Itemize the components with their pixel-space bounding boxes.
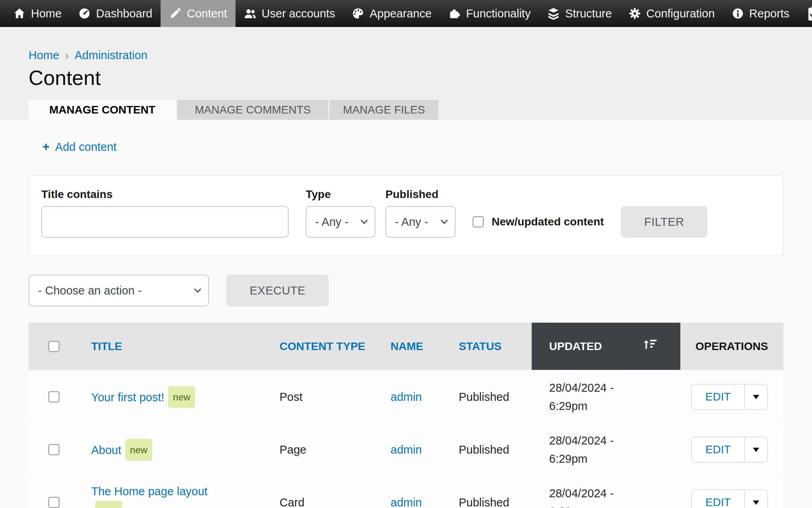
row-checkbox[interactable] bbox=[48, 497, 59, 508]
title-contains-input[interactable] bbox=[41, 206, 289, 238]
tab-manage-content[interactable]: MANAGE CONTENT bbox=[29, 100, 176, 120]
table-row: Your first post!new Post admin Published… bbox=[29, 371, 783, 423]
new-updated-checkbox[interactable] bbox=[473, 216, 484, 227]
edit-dropdown-toggle[interactable] bbox=[744, 490, 767, 508]
content-type-cell: Post bbox=[268, 391, 373, 404]
author-link[interactable]: admin bbox=[391, 391, 422, 403]
new-badge: new bbox=[95, 501, 122, 508]
column-header-status[interactable]: STATUS bbox=[444, 339, 532, 354]
breadcrumb: Home › Administration bbox=[29, 49, 812, 62]
content-title-link[interactable]: About bbox=[91, 444, 121, 456]
users-icon bbox=[244, 7, 257, 20]
toolbar-item-appearance[interactable]: Appearance bbox=[343, 0, 440, 27]
status-cell: Published bbox=[444, 443, 532, 456]
column-header-title[interactable]: TITLE bbox=[79, 339, 268, 354]
table-row: Aboutnew Page admin Published 28/04/2024… bbox=[29, 424, 783, 475]
page-header: Home › Administration Content MANAGE CON… bbox=[0, 27, 812, 120]
new-badge: new bbox=[168, 386, 195, 408]
edit-split-button: EDIT bbox=[691, 437, 768, 463]
edit-split-button: EDIT bbox=[691, 489, 768, 508]
title-contains-label: Title contains bbox=[41, 188, 289, 201]
breadcrumb-home-link[interactable]: Home bbox=[29, 49, 59, 62]
toolbar-item-reports[interactable]: Reports bbox=[723, 0, 798, 27]
tab-manage-comments[interactable]: MANAGE COMMENTS bbox=[177, 100, 328, 120]
toolbar-item-home[interactable]: Home bbox=[5, 0, 70, 27]
author-link[interactable]: admin bbox=[391, 496, 422, 508]
puzzle-icon bbox=[448, 7, 461, 20]
column-header-name[interactable]: NAME bbox=[373, 339, 444, 354]
plus-icon: + bbox=[42, 140, 50, 154]
status-cell: Published bbox=[444, 496, 532, 508]
content-table: TITLE CONTENT TYPE NAME STATUS UPDATED O… bbox=[29, 323, 783, 508]
toolbar-item-configuration[interactable]: Configuration bbox=[620, 0, 723, 27]
type-label: Type bbox=[306, 188, 375, 201]
toolbar-item-functionality[interactable]: Functionality bbox=[440, 0, 539, 27]
main-content: + Add content Title contains Type - Any … bbox=[0, 140, 812, 508]
filter-panel: Title contains Type - Any - Published - … bbox=[29, 175, 783, 256]
published-select[interactable]: - Any - bbox=[385, 206, 456, 238]
chevron-down-icon bbox=[360, 217, 368, 224]
select-all-checkbox[interactable] bbox=[48, 341, 59, 352]
caret-down-icon bbox=[753, 395, 759, 399]
gear-icon bbox=[628, 7, 641, 20]
filter-button[interactable]: FILTER bbox=[621, 206, 707, 238]
edit-dropdown-toggle[interactable] bbox=[744, 385, 767, 409]
edit-button[interactable]: EDIT bbox=[692, 437, 744, 462]
status-cell: Published bbox=[444, 391, 532, 404]
updated-cell: 28/04/2024 - 6:29pm bbox=[532, 484, 680, 508]
updated-cell: 28/04/2024 - 6:29pm bbox=[532, 431, 680, 468]
page-title: Content bbox=[29, 67, 812, 89]
table-header-row: TITLE CONTENT TYPE NAME STATUS UPDATED O… bbox=[29, 323, 783, 370]
info-icon bbox=[732, 7, 744, 20]
new-updated-label: New/updated content bbox=[492, 216, 604, 228]
toolbar-item-structure[interactable]: Structure bbox=[539, 0, 620, 27]
edit-button[interactable]: EDIT bbox=[692, 490, 744, 508]
toolbar-item-user-accounts[interactable]: User accounts bbox=[236, 0, 343, 27]
column-header-operations: OPERATIONS bbox=[680, 339, 783, 354]
breadcrumb-separator: › bbox=[65, 50, 69, 61]
dashboard-icon bbox=[78, 7, 91, 20]
edit-dropdown-toggle[interactable] bbox=[744, 437, 767, 462]
edit-button[interactable]: EDIT bbox=[692, 385, 744, 409]
published-label: Published bbox=[385, 188, 456, 201]
clipboard-check-icon bbox=[806, 6, 812, 21]
edit-split-button: EDIT bbox=[691, 384, 768, 410]
toolbar-item-dashboard[interactable]: Dashboard bbox=[70, 0, 161, 27]
execute-button[interactable]: EXECUTE bbox=[226, 275, 329, 306]
new-badge: new bbox=[125, 439, 152, 461]
row-checkbox[interactable] bbox=[48, 391, 59, 402]
tab-manage-files[interactable]: MANAGE FILES bbox=[329, 100, 439, 120]
layers-icon bbox=[547, 7, 560, 20]
palette-icon bbox=[352, 7, 364, 20]
admin-toolbar: Home Dashboard Content User accounts App… bbox=[0, 0, 812, 27]
tab-bar: MANAGE CONTENT MANAGE COMMENTS MANAGE FI… bbox=[29, 100, 812, 120]
action-select[interactable]: - Choose an action - bbox=[29, 275, 209, 306]
row-checkbox[interactable] bbox=[48, 444, 59, 455]
chevron-down-icon bbox=[440, 217, 448, 224]
content-type-cell: Card bbox=[268, 496, 373, 508]
chevron-down-icon bbox=[194, 285, 201, 292]
toolbar-item-content[interactable]: Content bbox=[161, 0, 236, 27]
content-title-link[interactable]: The Home page layout bbox=[91, 485, 207, 498]
content-title-link[interactable]: Your first post! bbox=[91, 391, 164, 404]
pencil-icon bbox=[169, 7, 182, 20]
column-header-updated-sorted[interactable]: UPDATED bbox=[532, 323, 680, 370]
table-row: The Home page layoutnew Card admin Publi… bbox=[29, 477, 783, 508]
bulk-actions: - Choose an action - EXECUTE bbox=[29, 275, 812, 306]
updated-cell: 28/04/2024 - 6:29pm bbox=[532, 379, 680, 415]
content-type-cell: Page bbox=[268, 443, 373, 456]
breadcrumb-administration-link[interactable]: Administration bbox=[75, 49, 147, 62]
caret-down-icon bbox=[753, 448, 759, 452]
sort-ascending-icon bbox=[642, 338, 658, 355]
add-content-link[interactable]: + Add content bbox=[42, 140, 117, 154]
caret-down-icon bbox=[753, 500, 759, 505]
home-icon bbox=[13, 7, 26, 20]
toolbar-item-more-tasks[interactable]: More tasks bbox=[798, 0, 812, 27]
author-link[interactable]: admin bbox=[391, 443, 422, 456]
column-header-content-type[interactable]: CONTENT TYPE bbox=[268, 339, 373, 354]
type-select[interactable]: - Any - bbox=[306, 206, 375, 238]
